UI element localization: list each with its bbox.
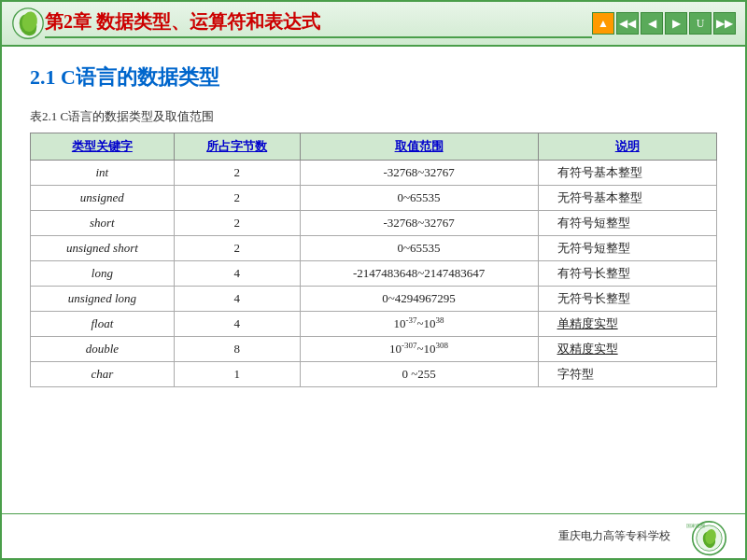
footer-logo: 国家电网 [680, 517, 726, 556]
table-row: short2-32768~32767有符号短整型 [31, 211, 717, 236]
cell-bytes: 4 [174, 287, 300, 312]
cell-keyword: long [31, 261, 175, 287]
svg-text:国家电网: 国家电网 [686, 523, 705, 528]
cell-keyword: unsigned short [31, 236, 175, 261]
nav-next-btn[interactable]: ▶ [665, 12, 687, 35]
table-row: unsigned20~65535无符号基本整型 [31, 186, 717, 211]
cell-bytes: 2 [174, 211, 300, 236]
header: 第2章 数据类型、运算符和表达式 ▲ ◀◀ ◀ ▶ U ▶▶ [2, 2, 745, 47]
cell-desc: 有符号短整型 [538, 211, 717, 236]
table-caption: 表2.1 C语言的数据类型及取值范围 [30, 108, 717, 125]
cell-desc: 有符号基本整型 [538, 161, 717, 186]
cell-desc: 字符型 [538, 362, 717, 387]
slide: 第2章 数据类型、运算符和表达式 ▲ ◀◀ ◀ ▶ U ▶▶ 2.1 C语言的数… [0, 0, 747, 560]
nav-first-btn[interactable]: ◀◀ [616, 12, 639, 35]
table-row: int2-32768~32767有符号基本整型 [31, 161, 717, 186]
cell-range: 10-37~1038 [300, 312, 538, 337]
header-logo [11, 7, 45, 40]
col-header-desc: 说明 [538, 133, 717, 161]
table-header-row: 类型关键字 所占字节数 取值范围 说明 [31, 133, 717, 161]
col-header-range: 取值范围 [300, 133, 538, 161]
cell-keyword: char [31, 362, 175, 387]
cell-desc: 单精度实型 [538, 312, 717, 337]
nav-buttons: ▲ ◀◀ ◀ ▶ U ▶▶ [592, 12, 736, 35]
nav-prev-btn[interactable]: ◀ [641, 12, 663, 35]
col-header-keyword: 类型关键字 [31, 133, 175, 161]
nav-last-btn[interactable]: ▶▶ [713, 12, 736, 35]
footer-text: 重庆电力高等专科学校 [558, 528, 670, 544]
cell-keyword: short [31, 211, 175, 236]
cell-range: -32768~32767 [300, 211, 538, 236]
cell-bytes: 2 [174, 186, 300, 211]
cell-range: 0~4294967295 [300, 287, 538, 312]
table-row: double810-307~10308双精度实型 [31, 337, 717, 362]
cell-desc: 无符号基本整型 [538, 186, 717, 211]
cell-range: -2147483648~2147483647 [300, 261, 538, 287]
data-table: 类型关键字 所占字节数 取值范围 说明 int2-32768~32767有符号基… [30, 133, 717, 387]
cell-keyword: int [31, 161, 175, 186]
cell-range: 0~65535 [300, 186, 538, 211]
cell-keyword: unsigned long [31, 287, 175, 312]
cell-desc: 无符号短整型 [538, 236, 717, 261]
table-row: char10 ~255字符型 [31, 362, 717, 387]
cell-range: -32768~32767 [300, 161, 538, 186]
cell-range: 0~65535 [300, 236, 538, 261]
cell-desc: 双精度实型 [538, 337, 717, 362]
table-row: float410-37~1038单精度实型 [31, 312, 717, 337]
section-title: 2.1 C语言的数据类型 [30, 63, 717, 95]
table-row: long4-2147483648~2147483647有符号长整型 [31, 261, 717, 287]
nav-u-btn[interactable]: U [689, 12, 712, 35]
cell-desc: 有符号长整型 [538, 261, 717, 287]
table-row: unsigned short20~65535无符号短整型 [31, 236, 717, 261]
cell-bytes: 4 [174, 261, 300, 287]
cell-desc: 无符号长整型 [538, 287, 717, 312]
main-content: 2.1 C语言的数据类型 表2.1 C语言的数据类型及取值范围 类型关键字 所占… [2, 47, 745, 513]
header-title: 第2章 数据类型、运算符和表达式 [45, 9, 592, 38]
cell-keyword: float [31, 312, 175, 337]
cell-keyword: double [31, 337, 175, 362]
cell-bytes: 8 [174, 337, 300, 362]
cell-keyword: unsigned [31, 186, 175, 211]
cell-bytes: 1 [174, 362, 300, 387]
cell-bytes: 4 [174, 312, 300, 337]
col-header-bytes: 所占字节数 [174, 133, 300, 161]
table-row: unsigned long40~4294967295无符号长整型 [31, 287, 717, 312]
footer: 重庆电力高等专科学校 国家电网 [2, 513, 745, 558]
nav-home-btn[interactable]: ▲ [592, 12, 614, 35]
cell-range: 10-307~10308 [300, 337, 538, 362]
cell-range: 0 ~255 [300, 362, 538, 387]
cell-bytes: 2 [174, 236, 300, 261]
cell-bytes: 2 [174, 161, 300, 186]
chapter-title: 第2章 数据类型、运算符和表达式 [45, 9, 592, 38]
